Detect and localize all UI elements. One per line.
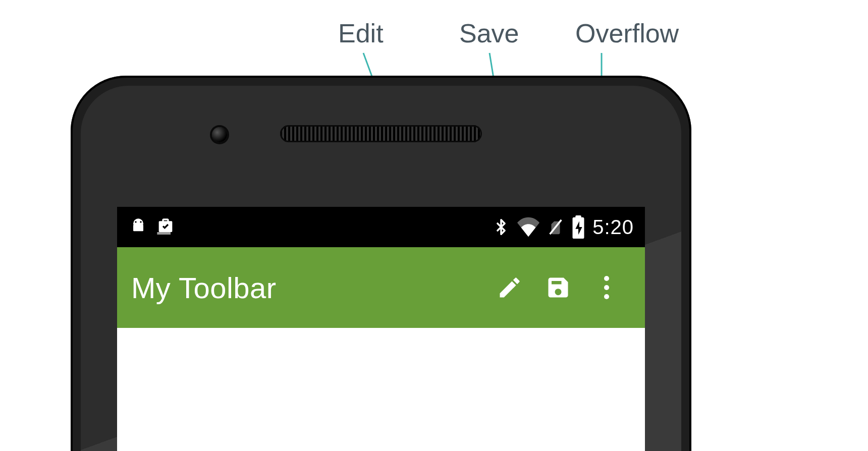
content-area	[117, 328, 645, 451]
annotation-layer: Edit Save Overflow	[0, 0, 868, 76]
svg-rect-9	[575, 215, 581, 218]
android-head-icon	[128, 217, 148, 237]
svg-point-3	[135, 221, 136, 222]
svg-rect-6	[157, 232, 171, 235]
earpiece-speaker	[280, 125, 482, 142]
phone-screen: 5:20 My Toolbar	[117, 207, 645, 451]
briefcase-check-icon	[155, 217, 176, 237]
annotation-save-label: Save	[459, 18, 519, 48]
save-button[interactable]	[534, 263, 582, 312]
floppy-disk-icon	[545, 274, 571, 301]
wifi-icon	[517, 217, 540, 237]
more-vert-icon	[604, 276, 609, 299]
svg-point-4	[140, 221, 141, 222]
app-toolbar: My Toolbar	[117, 247, 645, 328]
svg-rect-5	[133, 224, 143, 231]
annotation-edit-label: Edit	[338, 18, 384, 48]
pencil-icon	[497, 274, 523, 301]
status-bar: 5:20	[117, 207, 645, 247]
overflow-button[interactable]	[582, 263, 631, 312]
phone-frame: 5:20 My Toolbar	[71, 76, 691, 451]
battery-charging-icon	[571, 215, 585, 239]
edit-button[interactable]	[485, 263, 534, 312]
annotation-overflow-label: Overflow	[575, 18, 679, 48]
phone-bezel: 5:20 My Toolbar	[81, 86, 681, 451]
bluetooth-icon	[493, 216, 510, 238]
toolbar-title: My Toolbar	[131, 271, 485, 305]
status-clock: 5:20	[592, 216, 634, 239]
front-camera	[212, 127, 227, 142]
no-sim-icon	[547, 216, 564, 238]
